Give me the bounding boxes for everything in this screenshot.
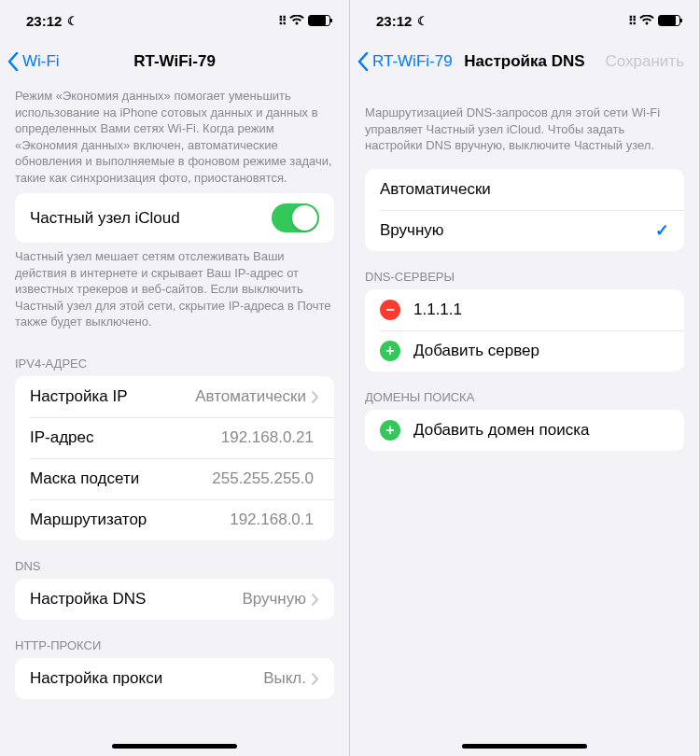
dns-mode-automatic-row[interactable]: Автоматически bbox=[365, 169, 684, 210]
dual-sim-icon: ⠿ bbox=[278, 14, 286, 28]
proxy-group: Настройка прокси Выкл. bbox=[15, 658, 334, 699]
subnet-mask-row: Маска подсети 255.255.255.0 bbox=[15, 458, 334, 499]
private-relay-row[interactable]: Частный узел iCloud bbox=[15, 193, 334, 243]
dnd-moon-icon: ☾ bbox=[417, 14, 428, 28]
add-server-label: Добавить сервер bbox=[413, 342, 669, 360]
nav-save-button[interactable]: Сохранить bbox=[606, 52, 692, 71]
private-relay-group: Частный узел iCloud bbox=[15, 193, 334, 243]
dns-mode-automatic-label: Автоматически bbox=[380, 180, 669, 199]
nav-bar: RT-WiFi-79 Настройка DNS Сохранить bbox=[350, 41, 699, 82]
add-icon[interactable]: + bbox=[380, 341, 400, 361]
home-indicator[interactable] bbox=[112, 744, 237, 749]
nav-back-label: Wi-Fi bbox=[22, 52, 60, 71]
status-bar: 23:12 ☾ ⠿ bbox=[0, 0, 349, 41]
subnet-mask-label: Маска подсети bbox=[30, 469, 212, 488]
dns-mode-manual-label: Вручную bbox=[380, 221, 655, 240]
battery-icon bbox=[658, 15, 680, 26]
chevron-left-icon bbox=[357, 52, 369, 71]
configure-dns-row[interactable]: Настройка DNS Вручную bbox=[15, 579, 334, 620]
ipv4-group: Настройка IP Автоматически IP-адрес 192.… bbox=[15, 376, 334, 540]
content-scroll[interactable]: Режим «Экономия данных» помогает уменьши… bbox=[0, 82, 349, 756]
dns-server-row[interactable]: − 1.1.1.1 bbox=[365, 289, 684, 330]
ip-address-label: IP-адрес bbox=[30, 428, 221, 447]
subnet-mask-value: 255.255.255.0 bbox=[212, 469, 314, 488]
chevron-right-icon bbox=[312, 594, 319, 606]
status-time: 23:12 bbox=[26, 13, 62, 29]
add-icon[interactable]: + bbox=[380, 420, 400, 441]
ipv4-header: IPV4-АДРЕС bbox=[0, 338, 349, 376]
battery-icon bbox=[308, 15, 330, 26]
configure-dns-label: Настройка DNS bbox=[30, 590, 242, 609]
dns-mode-group: Автоматически Вручную ✓ bbox=[365, 169, 684, 251]
dns-group: Настройка DNS Вручную bbox=[15, 579, 334, 620]
ip-address-row: IP-адрес 192.168.0.21 bbox=[15, 417, 334, 458]
wifi-icon bbox=[639, 15, 654, 26]
add-server-row[interactable]: + Добавить сервер bbox=[365, 330, 684, 371]
dns-servers-header: DNS-СЕРВЕРЫ bbox=[350, 251, 699, 289]
dual-sim-icon: ⠿ bbox=[628, 14, 636, 28]
search-domains-header: ДОМЕНЫ ПОИСКА bbox=[350, 371, 699, 410]
configure-proxy-value: Выкл. bbox=[263, 669, 306, 688]
screen-dns-config: 23:12 ☾ ⠿ RT-WiFi-79 Настройка DNS Сохра… bbox=[350, 0, 700, 756]
router-label: Маршрутизатор bbox=[30, 511, 230, 529]
ip-address-value: 192.168.0.21 bbox=[221, 428, 314, 447]
remove-icon[interactable]: − bbox=[380, 300, 400, 320]
configure-dns-value: Вручную bbox=[242, 590, 306, 609]
configure-proxy-row[interactable]: Настройка прокси Выкл. bbox=[15, 658, 334, 699]
chevron-left-icon bbox=[7, 52, 19, 71]
search-domains-group: + Добавить домен поиска bbox=[365, 410, 684, 451]
configure-ip-row[interactable]: Настройка IP Автоматически bbox=[15, 376, 334, 417]
nav-back-button[interactable]: Wi-Fi bbox=[7, 52, 60, 71]
home-indicator[interactable] bbox=[462, 744, 587, 749]
add-search-domain-label: Добавить домен поиска bbox=[413, 421, 669, 440]
nav-bar: Wi-Fi RT-WiFi-79 bbox=[0, 41, 349, 82]
configure-proxy-label: Настройка прокси bbox=[30, 669, 263, 688]
dns-servers-group: − 1.1.1.1 + Добавить сервер bbox=[365, 289, 684, 371]
dns-mode-manual-row[interactable]: Вручную ✓ bbox=[365, 210, 684, 251]
add-search-domain-row[interactable]: + Добавить домен поиска bbox=[365, 410, 684, 451]
status-bar: 23:12 ☾ ⠿ bbox=[350, 0, 699, 41]
private-relay-footer: Частный узел мешает сетям отслеживать Ва… bbox=[0, 243, 349, 338]
dns-header: DNS bbox=[0, 540, 349, 579]
status-time: 23:12 bbox=[376, 13, 412, 29]
dns-server-value: 1.1.1.1 bbox=[413, 301, 669, 319]
chevron-right-icon bbox=[312, 391, 319, 403]
proxy-header: HTTP-ПРОКСИ bbox=[0, 620, 349, 658]
router-row: Маршрутизатор 192.168.0.1 bbox=[15, 499, 334, 540]
configure-ip-label: Настройка IP bbox=[30, 387, 195, 406]
data-saver-footer: Режим «Экономия данных» помогает уменьши… bbox=[0, 82, 349, 193]
content-scroll[interactable]: Маршрутизацией DNS-запросов для этой сет… bbox=[350, 82, 699, 756]
router-value: 192.168.0.1 bbox=[230, 511, 314, 529]
wifi-icon bbox=[289, 15, 304, 26]
screen-wifi-detail: 23:12 ☾ ⠿ Wi-Fi RT-WiFi-79 Режим «Эконом… bbox=[0, 0, 350, 756]
nav-back-button[interactable]: RT-WiFi-79 bbox=[357, 52, 453, 71]
checkmark-icon: ✓ bbox=[655, 220, 669, 241]
configure-ip-value: Автоматически bbox=[195, 387, 306, 406]
chevron-right-icon bbox=[312, 673, 319, 685]
private-relay-label: Частный узел iCloud bbox=[30, 209, 272, 228]
dns-info-footer: Маршрутизацией DNS-запросов для этой сет… bbox=[350, 82, 699, 169]
private-relay-toggle[interactable] bbox=[272, 203, 319, 232]
dnd-moon-icon: ☾ bbox=[67, 14, 78, 28]
nav-back-label: RT-WiFi-79 bbox=[372, 52, 453, 71]
